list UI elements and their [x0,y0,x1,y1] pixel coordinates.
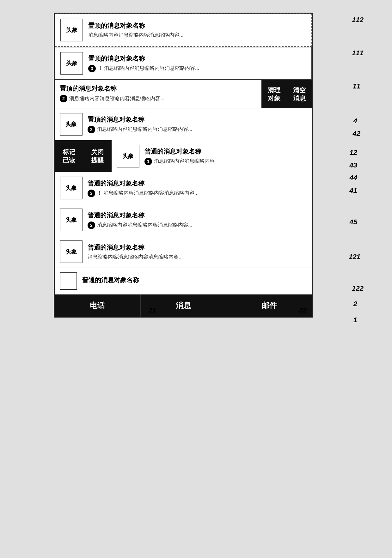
msg-name-122: 普通的消息对象名称 [88,243,307,252]
msg-item-111[interactable]: 头象 置顶的消息对象名称 3 ！ 消息缩略内容消息缩略内容消息缩略内容... [55,47,311,79]
msg-preview-112: 消息缩略内容消息缩略内容消息缩略内容... [88,32,306,39]
ref-45-label: 45 [350,218,357,226]
swipe-left-item-12[interactable]: 标记 已读 关闭 提醒 头象 普通的消息对象名称 1 消息缩略内容消息缩略内容 [55,140,312,172]
avatar-12: 头象 [117,145,139,167]
msg-content-45: 普通的消息对象名称 2 消息缩略内容消息缩略内容消息缩略内容... [88,211,307,229]
msg-name-45: 普通的消息对象名称 [88,211,307,220]
avatar-122: 头象 [60,240,83,263]
ref-4-label: 4 [353,117,357,125]
avatar-4: 头象 [60,113,83,136]
msg-item-41[interactable]: 头象 普通的消息对象名称 3 ！ 消息缩略内容消息缩略内容消息缩略内容... [55,172,312,204]
avatar-41: 头象 [60,177,83,199]
swipe-preview-11: 2 消息缩略内容消息缩略内容消息缩略内容... [60,95,256,102]
msg-content-41: 普通的消息对象名称 3 ！ 消息缩略内容消息缩略内容消息缩略内容... [88,179,307,197]
ref-43-label: 43 [350,161,357,169]
msg-content-12: 普通的消息对象名称 1 消息缩略内容消息缩略内容 [144,147,307,165]
msg-name-112: 置顶的消息对象名称 [88,21,306,30]
badge-12: 1 [144,158,152,165]
msg-content-4: 置顶的消息对象名称 2 消息缩略内容消息缩略内容消息缩略内容... [88,115,307,133]
badge-41: 3 [88,190,95,197]
ref-41-label: 41 [350,186,357,195]
ref-2-label: 2 [353,300,357,308]
msg-preview-45: 2 消息缩略内容消息缩略内容消息缩略内容... [88,221,307,229]
msg-item-112[interactable]: 头象 置顶的消息对象名称 消息缩略内容消息缩略内容消息缩略内容... [55,14,311,46]
badge-4: 2 [88,126,95,133]
msg-item-45[interactable]: 头象 普通的消息对象名称 2 消息缩略内容消息缩略内容消息缩略内容... [55,204,312,236]
msg-preview-41: 3 ！ 消息缩略内容消息缩略内容消息缩略内容... [88,190,307,197]
phone-container: 头象 置顶的消息对象名称 消息缩略内容消息缩略内容消息缩略内容... 头象 置顶… [54,13,313,318]
ref-42-label: 42 [353,130,360,138]
ref-12-label: 12 [350,149,357,157]
section-112: 头象 置顶的消息对象名称 消息缩略内容消息缩略内容消息缩略内容... [55,14,312,47]
avatar-45: 头象 [60,209,83,231]
ref-121-label: 121 [349,253,360,261]
nav-phone[interactable]: 电话 [55,294,141,317]
ref-111-label: 111 [352,49,364,57]
swipe-left-actions-12: 标记 已读 关闭 提醒 [55,140,112,172]
swipe-btn-clear-obj[interactable]: 清理 对象 [261,80,287,108]
msg-name-12: 普通的消息对象名称 [144,147,307,156]
msg-item-4[interactable]: 头象 置顶的消息对象名称 2 消息缩略内容消息缩略内容消息缩略内容... [55,108,312,140]
swipe-name-11: 置顶的消息对象名称 [60,84,256,93]
swipe-actions-11: 清理 对象 清空 消息 [261,80,312,108]
msg-preview-4: 2 消息缩略内容消息缩略内容消息缩略内容... [88,126,307,133]
swipe-left-content-12: 头象 普通的消息对象名称 1 消息缩略内容消息缩略内容 [112,140,312,172]
msg-preview-122: 消息缩略内容消息缩略内容消息缩略内容... [88,254,307,260]
msg-item-122[interactable]: 头象 普通的消息对象名称 消息缩略内容消息缩略内容消息缩略内容... [55,236,312,268]
msg-content-112: 置顶的消息对象名称 消息缩略内容消息缩略内容消息缩略内容... [88,21,306,39]
avatar-112: 头象 [60,19,83,41]
exclaim-41: ！ [97,190,102,197]
ref-11-label: 11 [353,82,360,90]
msg-name-41: 普通的消息对象名称 [88,179,307,188]
avatar-partial [60,272,77,290]
swipe-left-btn-mark-read[interactable]: 标记 已读 [55,140,83,172]
ref-112-label: 112 [352,16,364,24]
outer-wrapper: 头象 置顶的消息对象名称 消息缩略内容消息缩略内容消息缩略内容... 头象 置顶… [54,13,338,318]
avatar-111: 头象 [60,52,83,75]
swipe-left-btn-close-alert[interactable]: 关闭 提醒 [83,140,112,172]
msg-content-partial: 普通的消息对象名称 [82,276,307,286]
msg-content-122: 普通的消息对象名称 消息缩略内容消息缩略内容消息缩略内容... [88,243,307,260]
swipe-btn-clear-msg[interactable]: 清空 消息 [287,80,312,108]
msg-name-111: 置顶的消息对象名称 [88,54,306,63]
swipe-item-11[interactable]: 置顶的消息对象名称 2 消息缩略内容消息缩略内容消息缩略内容... 清理 对象 … [55,80,312,108]
swipe-content-11: 置顶的消息对象名称 2 消息缩略内容消息缩略内容消息缩略内容... [55,80,261,108]
msg-name-4: 置顶的消息对象名称 [88,115,307,124]
bottom-nav: 电话 消息 邮件 [55,294,312,317]
exclaim-111: ！ [98,65,103,72]
msg-content-111: 置顶的消息对象名称 3 ！ 消息缩略内容消息缩略内容消息缩略内容... [88,54,306,72]
msg-preview-12: 1 消息缩略内容消息缩略内容 [144,158,307,165]
msg-preview-111: 3 ！ 消息缩略内容消息缩略内容消息缩略内容... [88,65,306,72]
badge-45: 2 [88,221,95,229]
section-111: 头象 置顶的消息对象名称 3 ！ 消息缩略内容消息缩略内容消息缩略内容... [55,47,312,80]
msg-item-partial[interactable]: 普通的消息对象名称 [55,268,312,294]
ref-1-label: 1 [353,316,357,324]
badge-11: 2 [60,95,67,102]
msg-name-partial: 普通的消息对象名称 [82,276,307,284]
ref-21-label: 21 [149,306,156,314]
ref-122-label: 122 [352,284,364,293]
badge-111: 3 [88,65,96,72]
ref-22-label: 22 [299,306,307,314]
ref-44-label: 44 [350,174,357,182]
